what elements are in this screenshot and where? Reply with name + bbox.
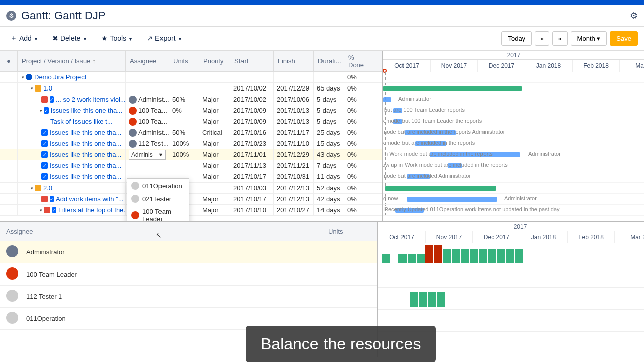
gantt-row[interactable]: Recently Updated 011Operation work items…	[383, 205, 644, 216]
task-name[interactable]: Add work items with "...	[56, 195, 124, 203]
gantt-icon: ⚙	[6, 11, 16, 21]
gantt-row[interactable]	[383, 83, 644, 94]
top-nav	[0, 0, 644, 5]
task-grid: ● Project / Version / Issue ↑ Assignee U…	[0, 51, 382, 221]
avatar-icon	[129, 118, 137, 126]
finish-column[interactable]: Finish	[274, 51, 314, 71]
task-row[interactable]: Issues like this one tha... 112 Test... …	[0, 138, 382, 149]
settings-gear-icon[interactable]: ⚙	[630, 10, 638, 21]
task-name[interactable]: Task of Issues like t...	[50, 118, 113, 125]
task-row[interactable]: ▾1.0 2017/10/02 2017/12/29 65 days 0%	[0, 83, 382, 94]
tree-toggle[interactable]: ▾	[31, 86, 33, 91]
task-name[interactable]: Filters at the top of the...	[58, 206, 126, 214]
gantt-year: 2017	[383, 51, 644, 60]
res-units-column[interactable]: Units	[322, 222, 377, 241]
gantt-row[interactable]	[383, 72, 644, 83]
done-column[interactable]: % Done	[344, 51, 374, 71]
delete-button[interactable]: ✖ Delete	[48, 31, 90, 45]
task-name[interactable]: Issues like this one tha...	[50, 162, 121, 169]
resource-row[interactable]: 100 Team Leader	[0, 263, 377, 286]
assignee-cell	[126, 160, 169, 171]
task-name[interactable]: Demo Jira Project	[34, 73, 86, 81]
priority-column[interactable]: Priority	[199, 51, 230, 71]
task-name[interactable]: Issues like this one tha...	[50, 129, 121, 136]
gantt-row[interactable]: rk mode but are included in the reports	[383, 138, 644, 149]
gantt-row[interactable]: rk mode but 100 Team Leader the reports	[383, 116, 644, 127]
task-row[interactable]: ▾2.0 2017/10/03 2017/12/13 52 days 0%	[0, 183, 382, 194]
status-column[interactable]: ●	[0, 51, 18, 71]
task-row[interactable]: Issues like this one tha... Major 2017/1…	[0, 171, 382, 183]
today-button[interactable]: Today	[501, 31, 532, 46]
res-assignee-column[interactable]: Assignee	[0, 222, 322, 241]
dropdown-item[interactable]: 011Operation	[127, 179, 189, 192]
gantt-row[interactable]: In Work mode but are included in the rep…	[383, 149, 644, 160]
resource-row[interactable]: Administrator	[0, 241, 377, 263]
assignee-cell: 112 Test...	[126, 138, 169, 149]
page-header: ⚙ Gantt: Gantt DJP ⚙	[0, 5, 644, 27]
tree-toggle[interactable]: ▾	[40, 208, 42, 213]
task-name[interactable]: 1.0	[43, 84, 52, 92]
tree-toggle[interactable]: ▾	[22, 75, 24, 80]
assignee-cell: Administ...	[126, 94, 169, 105]
prev-button[interactable]: «	[535, 31, 549, 46]
task-name[interactable]: Issues like this one tha...	[50, 140, 121, 147]
resource-load-row: 100%75%50%25%	[378, 243, 644, 265]
gantt-row[interactable]: but are 100 Team Leader reports	[383, 105, 644, 116]
gantt-row[interactable]: Administrator	[383, 94, 644, 105]
task-row[interactable]: ▾Issues like this one tha... 100 Tea... …	[0, 105, 382, 116]
assignee-combo[interactable]: Adminis▼	[129, 150, 166, 160]
task-row[interactable]: Issues like this one tha... Major 2017/1…	[0, 160, 382, 171]
task-name[interactable]: Issues like this one tha...	[50, 151, 121, 158]
units-column[interactable]: Units	[169, 51, 199, 71]
add-button[interactable]: ＋ Add	[6, 31, 41, 46]
gantt-bar[interactable]	[383, 97, 391, 102]
export-button[interactable]: ↗ Export	[143, 31, 185, 45]
gantt-bar[interactable]	[383, 86, 522, 91]
task-name[interactable]: ... so 2 work items viol...	[56, 96, 126, 103]
task-name[interactable]: Issues like this one tha...	[51, 107, 122, 114]
task-row[interactable]: ... so 2 work items viol... Administ... …	[0, 94, 382, 105]
assignee-cell: 100 Tea...	[126, 105, 169, 116]
gantt-row[interactable]: how up in Work mode but are included in …	[383, 160, 644, 171]
tooltip-overlay: Balance the resources	[246, 326, 436, 362]
res-gantt-months: Oct 2017Nov 2017Dec 2017Jan 2018Feb 2018…	[378, 231, 644, 243]
task-row[interactable]: ▾Demo Jira Project 0%	[0, 72, 382, 83]
tree-toggle[interactable]: ▾	[31, 186, 33, 191]
task-row[interactable]: ▾Filters at the top of the... Major 2017…	[0, 205, 382, 216]
name-column[interactable]: Project / Version / Issue ↑	[18, 51, 126, 71]
load-bar	[428, 292, 436, 307]
load-bar	[419, 292, 427, 307]
save-button[interactable]: Save	[610, 31, 638, 46]
avatar-icon	[6, 290, 18, 302]
task-name[interactable]: 2.0	[43, 184, 52, 192]
assignee-dropdown[interactable]: 011Operation021Tester100 Team Leader101 …	[127, 178, 189, 221]
task-row[interactable]: Add work items with "... Major 2017/10/1…	[0, 194, 382, 205]
avatar-icon	[6, 267, 18, 280]
grid-header: ● Project / Version / Issue ↑ Assignee U…	[0, 51, 382, 72]
load-bar	[488, 249, 496, 263]
task-row[interactable]: Issues like this one tha... Administ... …	[0, 127, 382, 138]
assignee-column[interactable]: Assignee	[126, 51, 169, 71]
avatar-icon	[129, 96, 137, 104]
task-row[interactable]: Issues like this one tha... Adminis▼ 100…	[0, 149, 382, 160]
task-name[interactable]: Issues like this one tha...	[50, 173, 121, 180]
gantt-bar[interactable]	[407, 197, 497, 202]
gantt-row[interactable]: d nowAdministrator	[383, 194, 644, 205]
task-row[interactable]: Task of Issues like t... 100 Tea... Majo…	[0, 116, 382, 127]
next-button[interactable]: »	[552, 31, 567, 46]
gantt-row[interactable]: mode but are included Administrator	[383, 171, 644, 183]
dropdown-item[interactable]: 021Tester	[127, 192, 189, 205]
assignee-cell: 100 Tea...	[126, 116, 169, 127]
tree-toggle[interactable]: ▾	[40, 108, 42, 113]
tools-button[interactable]: ★ Tools	[97, 31, 136, 45]
resource-row[interactable]: 112 Tester 1	[0, 286, 377, 308]
load-bar	[515, 249, 523, 263]
gantt-bar[interactable]	[385, 186, 496, 191]
duration-column[interactable]: Durati...	[314, 51, 344, 71]
start-column[interactable]: Start	[230, 51, 274, 71]
dropdown-item[interactable]: 100 Team Leader	[127, 205, 189, 221]
gantt-row[interactable]	[383, 183, 644, 194]
month-button[interactable]: Month ▾	[571, 31, 607, 46]
gantt-row[interactable]: mode but are included in the reports Adm…	[383, 127, 644, 138]
gantt-chart[interactable]: 2017 Oct 2017Nov 2017Dec 2017Jan 2018Feb…	[382, 51, 644, 221]
